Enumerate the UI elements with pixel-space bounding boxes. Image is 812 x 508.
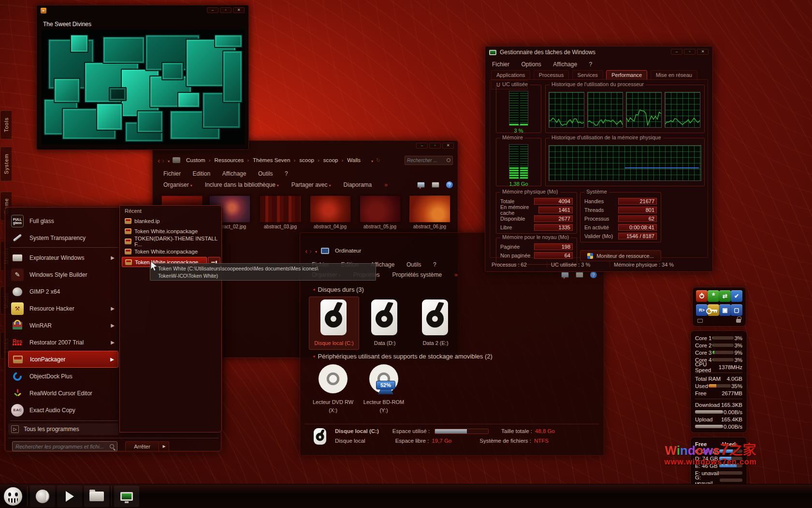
start-button[interactable]	[4, 487, 22, 506]
include-library-button[interactable]: Inclure dans la bibliothèque	[205, 181, 279, 188]
bd-drive[interactable]: 52%	[369, 364, 398, 393]
forward-icon[interactable]: ›	[309, 247, 312, 254]
drive-c[interactable]	[320, 299, 347, 335]
start-item-restorator[interactable]: Res Restorator 2007 Trial▶	[8, 334, 118, 351]
maximize-button[interactable]: ▫	[220, 7, 232, 13]
screen-icon[interactable]	[697, 319, 703, 323]
share-with-button[interactable]: Partager avec	[291, 181, 331, 188]
breadcrumb-scoop1[interactable]: scoop	[297, 156, 321, 164]
sidebar-tab-tools[interactable]: Tools	[0, 110, 12, 139]
breadcrumb-custom[interactable]: Custom	[184, 156, 212, 164]
drive-e[interactable]	[422, 299, 448, 335]
breadcrumb-themes-seven[interactable]: Thèmes Seven	[251, 156, 297, 164]
breadcrumb-walls[interactable]: Walls	[345, 156, 366, 164]
system-properties-button[interactable]: Propriétés système	[392, 271, 442, 278]
file-thumbnail[interactable]	[310, 195, 351, 223]
file-thumbnail[interactable]	[409, 195, 450, 223]
dvd-drive-label[interactable]: Lecteur DVD RW (X:)	[308, 398, 358, 414]
drive-c-label[interactable]: Disque local (C:)	[309, 340, 359, 346]
recent-item[interactable]: blanked.ip	[122, 216, 220, 226]
lock-key-button[interactable]	[708, 304, 719, 316]
file-thumbnail[interactable]	[260, 195, 301, 223]
menu-outils[interactable]: Outils	[258, 170, 273, 177]
close-button[interactable]: ✕	[233, 7, 245, 13]
start-item-resource-hacker[interactable]: ⚒ Resource Hacker▶	[8, 300, 118, 317]
preview-pane-icon[interactable]	[576, 272, 583, 278]
menu-outils[interactable]: Outils	[406, 261, 421, 268]
help-icon[interactable]: ?	[446, 181, 453, 188]
menu-affichage[interactable]: Affichage	[553, 61, 577, 68]
restart-button[interactable]: *	[708, 290, 719, 302]
taskbar-media-player-button[interactable]	[57, 486, 82, 507]
recent-item[interactable]: Token White.iconpackage	[122, 247, 220, 256]
start-item-gimp[interactable]: GIMP 2 x64	[8, 283, 118, 300]
switch-user-button[interactable]: ⇄	[719, 290, 731, 302]
address-dropdown-icon[interactable]	[370, 156, 373, 164]
close-button[interactable]: ✕	[442, 143, 454, 149]
start-item-full-glass[interactable]: FULLglass Full glass	[8, 212, 118, 229]
minimize-button[interactable]: –	[416, 143, 428, 149]
drive-d[interactable]	[371, 299, 397, 335]
start-item-iconpackager[interactable]: IconPackager▶	[8, 351, 118, 368]
tab-performance[interactable]: Performance	[606, 70, 647, 80]
dvd-drive[interactable]	[319, 364, 348, 393]
file-name[interactable]: abstract_06.jpg	[406, 224, 454, 229]
tab-applications[interactable]: Applications	[491, 70, 530, 80]
maximize-button[interactable]: ▫	[684, 49, 696, 55]
file-name[interactable]: abstract_05.jpg	[356, 224, 404, 229]
start-item-realworld-cursor[interactable]: RealWorld Cursor Editor	[8, 385, 118, 402]
menu-fichier[interactable]: Fichier	[163, 170, 181, 177]
menu-edition[interactable]: Edition	[192, 170, 210, 177]
toolbar-more-button[interactable]: »	[384, 181, 388, 188]
drive-e-label[interactable]: Data 2 (E:)	[410, 340, 461, 346]
lock-icon[interactable]	[736, 319, 741, 323]
shutdown-options-arrow[interactable]: ▶	[160, 441, 169, 451]
slideshow-button[interactable]: Diaporama	[344, 181, 372, 188]
start-item-winrar[interactable]: WinRAR▶	[8, 317, 118, 334]
history-chevron-icon[interactable]	[166, 156, 170, 164]
history-chevron-icon[interactable]	[314, 246, 317, 255]
breadcrumb-ordinateur[interactable]: Ordinateur	[333, 247, 366, 254]
recent-item[interactable]: Token White.iconpackage	[122, 226, 220, 236]
file-thumbnail[interactable]	[360, 195, 401, 223]
drive-d-label[interactable]: Data (D:)	[360, 340, 410, 346]
views-icon[interactable]	[561, 272, 569, 278]
tab-services[interactable]: Services	[572, 70, 603, 80]
sidebar-tab-system[interactable]: System	[0, 147, 12, 181]
monitor-off-button[interactable]: ▢	[731, 304, 742, 316]
menu-fichier[interactable]: Fichier	[492, 61, 509, 68]
display-button[interactable]: ▣	[719, 304, 731, 316]
menu-help[interactable]: ?	[285, 170, 288, 177]
preview-pane-icon[interactable]	[432, 182, 439, 188]
menu-options[interactable]: Options	[521, 61, 541, 68]
start-item-explorateur-windows[interactable]: Explorateur Windows▶	[8, 249, 118, 266]
all-programs-button[interactable]: ▷ Tous les programmes	[8, 423, 118, 435]
bd-drive-label[interactable]: Lecteur BD-ROM (Y:)	[359, 398, 409, 414]
back-icon[interactable]: ‹	[158, 157, 160, 164]
file-name[interactable]: abstract_03.jpg	[256, 224, 304, 229]
taskbar-firefox-button[interactable]	[30, 486, 55, 507]
toolbar-more-button[interactable]: »	[454, 271, 458, 278]
start-item-exact-audio-copy[interactable]: EAC Exact Audio Copy	[8, 402, 118, 418]
tab-mise-en-reseau[interactable]: Mise en réseau	[651, 70, 697, 80]
menu-help[interactable]: ?	[589, 61, 593, 68]
start-item-system-transparency[interactable]: System Transparency	[8, 229, 118, 246]
taskbar-task-manager-button[interactable]	[114, 486, 139, 507]
minimize-button[interactable]: –	[671, 49, 682, 55]
section-hard-disks[interactable]: Disques durs (3)	[313, 286, 364, 293]
start-search-input[interactable]	[15, 444, 110, 449]
tab-processus[interactable]: Processus	[534, 70, 569, 80]
forward-icon[interactable]: ›	[162, 157, 164, 164]
search-input[interactable]	[407, 158, 447, 163]
visualization-canvas[interactable]	[42, 30, 245, 145]
breadcrumb-ressources[interactable]: Ressources	[212, 156, 251, 164]
help-icon[interactable]: ?	[590, 271, 597, 278]
logoff-button[interactable]: ✔	[731, 290, 742, 302]
menu-help[interactable]: ?	[433, 261, 436, 268]
taskbar-explorer-button[interactable]	[84, 486, 109, 507]
start-item-objectdock[interactable]: ObjectDock Plus	[8, 368, 118, 385]
back-icon[interactable]: ‹	[305, 247, 307, 254]
start-item-windows-style-builder[interactable]: ✎ Windows Style Builder	[8, 266, 118, 283]
views-icon[interactable]	[417, 182, 425, 188]
section-removable[interactable]: Périphériques utilisant des supports de …	[313, 353, 493, 360]
